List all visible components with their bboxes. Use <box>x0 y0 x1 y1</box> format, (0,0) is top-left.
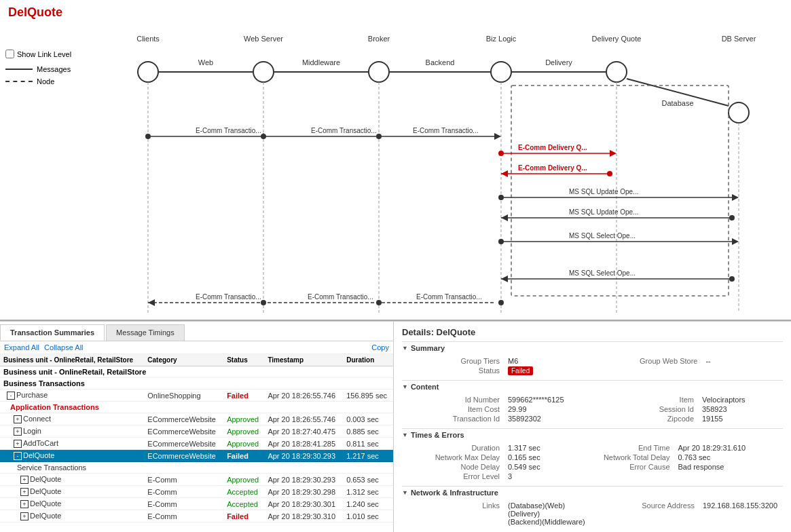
legend: Messages Node <box>5 65 100 86</box>
legend-messages: Messages <box>5 65 100 73</box>
msg-1-dot3 <box>376 134 382 139</box>
table-row[interactable]: -DelQuote ECommerceWebsite Failed Apr 20… <box>0 450 393 462</box>
group-web-store-value: -- <box>705 357 777 365</box>
left-legend-panel: Show Link Level Messages Node <box>5 50 100 90</box>
node-deliveryquote: Delivery Quote <box>592 35 642 43</box>
tree-icon[interactable]: + <box>14 428 22 436</box>
table-row[interactable]: +AddToCart ECommerceWebsite Approved Apr… <box>0 438 393 450</box>
msg-1-dot2 <box>261 134 266 139</box>
net-max-delay-value: 0.165 sec <box>508 453 572 461</box>
item-cost-label: Item Cost <box>407 405 502 413</box>
tab-transaction-summaries[interactable]: Transaction Summaries <box>0 324 105 341</box>
expand-all-link[interactable]: Expand All <box>4 343 39 352</box>
legend-messages-label: Messages <box>37 65 71 73</box>
table-header-row: Business unit - OnlineRetail, RetailStor… <box>0 354 393 366</box>
msg-ecq-bwd-label: E-Comm Delivery Q... <box>518 164 587 172</box>
duration-label: Duration <box>407 444 502 452</box>
item-cost-value: 29.99 <box>508 405 596 413</box>
table-row[interactable]: +Login ECommerceWebsite Approved Apr 20 … <box>0 425 393 438</box>
details-title: Details: DelQuote <box>402 327 783 337</box>
tree-icon[interactable]: + <box>20 476 29 484</box>
msg-sql-upd-bwd-label: MS SQL Update Ope... <box>569 208 638 216</box>
tier-middleware: Middleware <box>302 58 340 66</box>
error-level-value: 3 <box>508 472 572 480</box>
section-times-label: Times & Errors <box>411 431 464 439</box>
msg-1-dot <box>145 134 151 139</box>
node-delay-label: Node Delay <box>407 463 502 471</box>
section-times-arrow: ▼ <box>402 432 408 438</box>
transaction-id-value: 35892302 <box>508 415 596 423</box>
circle-bizlogic <box>491 62 511 82</box>
msg-ecq-fwd-arrow <box>610 150 617 157</box>
zipcode-label: Zipcode <box>602 415 697 423</box>
left-bottom-panel: Transaction Summaries Message Timings Ex… <box>0 322 394 532</box>
table-row[interactable]: +DelQuote E-Comm Accepted Apr 20 18:29:3… <box>0 486 393 498</box>
section-summary-arrow: ▼ <box>402 345 408 352</box>
duration-value: 1.317 sec <box>508 444 572 452</box>
zipcode-value: 19155 <box>702 415 777 423</box>
msg-1-label2: E-Comm Transactio... <box>311 127 377 134</box>
tab-message-timings[interactable]: Message Timings <box>106 324 185 341</box>
transaction-id-label: Transaction Id <box>407 415 502 423</box>
tree-icon[interactable]: + <box>14 440 22 448</box>
tree-icon[interactable]: + <box>20 500 29 508</box>
tree-icon[interactable]: + <box>20 512 29 520</box>
section-network-label: Network & Infrastructure <box>411 489 498 497</box>
col-timestamp: Timestamp <box>264 354 343 366</box>
sequence-diagram: Clients Web Server Broker Biz Logic Deli… <box>107 28 773 313</box>
id-number-value: 599662*****6125 <box>508 396 596 404</box>
table-container: Business unit - OnlineRetail, RetailStor… <box>0 354 393 532</box>
section-content-label: Content <box>411 383 439 391</box>
tree-icon[interactable]: - <box>7 392 15 400</box>
msg-ret-dot <box>498 300 504 305</box>
msg-sql-upd-fwd-dot <box>498 195 504 200</box>
tree-icon[interactable]: - <box>14 452 22 460</box>
tree-icon[interactable]: + <box>20 488 29 496</box>
legend-dashed-line <box>5 81 33 82</box>
service-transactions-label-row: Service Transactions <box>0 462 393 474</box>
msg-sql-upd-fwd-arrow <box>732 194 739 201</box>
col-duration: Duration <box>343 354 393 366</box>
copy-button[interactable]: Copy <box>371 343 389 352</box>
collapse-all-link[interactable]: Collapse All <box>44 343 83 352</box>
show-link-level-checkbox[interactable] <box>5 50 14 58</box>
group-tiers-value: M6 <box>508 357 600 365</box>
links-label: Links <box>407 501 502 526</box>
table-row[interactable]: +DelQuote E-Comm Accepted Apr 20 18:29:3… <box>0 498 393 510</box>
table-row[interactable]: +DelQuote E-Comm Failed Apr 20 18:29:30.… <box>0 510 393 522</box>
links-value: (Database)(Web)(Delivery) (Backend)(Midd… <box>508 501 597 526</box>
msg-sql-upd-bwd-arrow <box>501 214 508 221</box>
section-times-header[interactable]: ▼ Times & Errors <box>402 428 783 441</box>
table-controls: Expand All Collapse All Copy <box>0 341 393 354</box>
error-cause-value: Bad response <box>678 463 778 471</box>
source-address-value: 192.168.168.155:3200 <box>703 501 777 526</box>
table-row[interactable]: -Purchase OnlineShopping Failed Apr 20 1… <box>0 390 393 402</box>
msg-1-label: E-Comm Transactio... <box>196 127 261 134</box>
tier-backend: Backend <box>426 58 455 66</box>
node-webserver: Web Server <box>244 35 283 43</box>
msg-ecq-bwd-dot <box>607 171 612 176</box>
tier-database: Database <box>661 99 693 107</box>
show-link-level-label: Show Link Level <box>17 50 71 58</box>
msg-ret-label: E-Comm Transactio... <box>196 293 261 301</box>
item-value: Velociraptors <box>702 396 777 404</box>
show-link-level-container[interactable]: Show Link Level <box>5 50 100 58</box>
section-network-header[interactable]: ▼ Network & Infrastructure <box>402 486 783 499</box>
circle-dbserver <box>729 102 749 123</box>
section-content-content: Id Number 599662*****6125 Item Velocirap… <box>402 393 783 425</box>
end-time-label: End Time <box>578 444 673 452</box>
msg-sql-sel-fwd-dot <box>498 239 504 244</box>
msg-ret-label3: E-Comm Transactio... <box>416 293 482 301</box>
section-content-header[interactable]: ▼ Content <box>402 380 783 393</box>
business-transactions-label-row: Business Transactions <box>0 378 393 390</box>
session-id-value: 358923 <box>702 405 777 413</box>
msg-sql-upd-bwd-dot <box>729 215 735 221</box>
msg-ecq-fwd-dot <box>498 151 504 156</box>
msg-sql-sel-bwd-label: MS SQL Select Ope... <box>569 269 636 277</box>
table-row[interactable]: +Connect ECommerceWebsite Approved Apr 2… <box>0 413 393 425</box>
tree-icon[interactable]: + <box>14 415 22 423</box>
table-row[interactable]: +DelQuote E-Comm Approved Apr 20 18:29:3… <box>0 474 393 486</box>
bottom-area: Transaction Summaries Message Timings Ex… <box>0 321 791 532</box>
group-web-store-label: Group Web Store <box>605 357 700 365</box>
section-summary-header[interactable]: ▼ Summary <box>402 341 783 354</box>
